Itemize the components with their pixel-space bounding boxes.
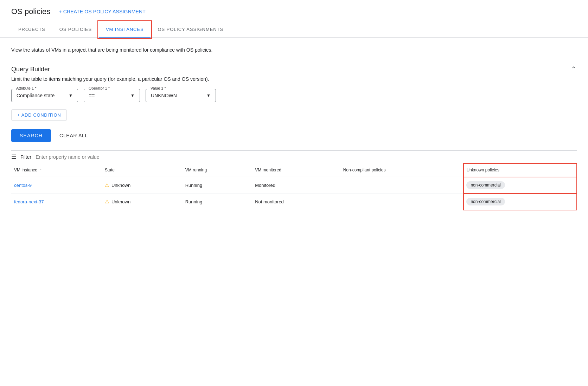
vm-instance-link[interactable]: centos-9: [14, 183, 32, 188]
table-row: fedora-next-37⚠UnknownRunningNot monitor…: [11, 194, 577, 210]
unknown-policy-badge: non-commercial: [466, 181, 505, 189]
attribute-field-group: Attribute 1 * Compliance state ▼: [11, 89, 78, 102]
cell-state: ⚠Unknown: [102, 177, 183, 194]
tab-os-policies[interactable]: OS POLICIES: [52, 22, 99, 38]
query-builder-section: Query Builder ⌃ Limit the table to items…: [11, 65, 577, 142]
cell-vm-running: Running: [183, 177, 252, 194]
cell-unknown-policies: non-commercial: [464, 194, 577, 210]
add-condition-button[interactable]: + ADD CONDITION: [11, 109, 67, 121]
filter-icon: ☰: [11, 153, 16, 160]
query-builder-title: Query Builder: [11, 66, 50, 73]
main-content: View the status of VMs in a project that…: [0, 38, 588, 218]
cell-vm-instance: fedora-next-37: [11, 194, 102, 210]
col-unknown-policies: Unknown policies: [464, 163, 577, 177]
cell-vm-monitored: Monitored: [252, 177, 340, 194]
tab-vm-instances[interactable]: VM INSTANCES: [99, 22, 151, 38]
cell-non-compliant: [340, 194, 464, 210]
table-row: centos-9⚠UnknownRunningMonitorednon-comm…: [11, 177, 577, 194]
state-text: Unknown: [111, 183, 130, 188]
tab-projects[interactable]: PROJECTS: [11, 22, 52, 38]
tabs-bar: PROJECTS OS POLICIES VM INSTANCES OS POL…: [0, 22, 588, 38]
search-button[interactable]: SEARCH: [11, 129, 51, 142]
cell-state: ⚠Unknown: [102, 194, 183, 210]
vm-instance-sort-icon: ↑: [40, 168, 42, 172]
page-header: OS policies + CREATE OS POLICY ASSIGNMEN…: [0, 0, 588, 16]
operator-label: Operator 1 *: [87, 86, 111, 90]
col-vm-instance: VM instance ↑: [11, 163, 102, 177]
col-vm-running: VM running: [183, 163, 252, 177]
col-vm-monitored: VM monitored: [252, 163, 340, 177]
tab-os-policy-assignments[interactable]: OS POLICY ASSIGNMENTS: [151, 22, 230, 38]
unknown-policy-badge: non-commercial: [466, 198, 505, 205]
cell-vm-monitored: Not monitored: [252, 194, 340, 210]
clear-all-button[interactable]: CLEAR ALL: [59, 133, 88, 138]
query-builder-collapse-icon[interactable]: ⌃: [571, 65, 577, 73]
condition-row: Attribute 1 * Compliance state ▼ Operato…: [11, 89, 577, 102]
filter-input[interactable]: [36, 154, 577, 160]
table-header-row: VM instance ↑ State VM running VM monito…: [11, 163, 577, 177]
cell-non-compliant: [340, 177, 464, 194]
attribute-label: Attribute 1 *: [15, 86, 38, 90]
value-field-group: Value 1 * UNKNOWN ▼: [146, 89, 216, 102]
value-label: Value 1 *: [149, 86, 167, 90]
page-description: View the status of VMs in a project that…: [11, 46, 257, 54]
cell-vm-instance: centos-9: [11, 177, 102, 194]
filter-bar: ☰ Filter: [11, 150, 577, 163]
vm-instances-table: VM instance ↑ State VM running VM monito…: [11, 163, 577, 210]
col-non-compliant: Non-compliant policies: [340, 163, 464, 177]
operator-dropdown-arrow: ▼: [130, 93, 135, 98]
vm-instance-link[interactable]: fedora-next-37: [14, 199, 44, 204]
page-title: OS policies: [11, 7, 50, 16]
attribute-dropdown-arrow: ▼: [69, 93, 73, 98]
warning-icon: ⚠: [105, 199, 109, 204]
filter-label: Filter: [20, 154, 31, 160]
operator-value: ==: [89, 93, 95, 98]
cell-vm-running: Running: [183, 194, 252, 210]
query-builder-header: Query Builder ⌃: [11, 65, 577, 73]
value-dropdown-arrow: ▼: [206, 93, 211, 98]
col-state: State: [102, 163, 183, 177]
table-container: VM instance ↑ State VM running VM monito…: [11, 163, 577, 210]
warning-icon: ⚠: [105, 182, 109, 188]
value-select[interactable]: UNKNOWN ▼: [146, 89, 216, 102]
operator-field-group: Operator 1 * == ▼: [84, 89, 140, 102]
create-os-policy-assignment-button[interactable]: + CREATE OS POLICY ASSIGNMENT: [59, 9, 146, 14]
cell-unknown-policies: non-commercial: [464, 177, 577, 194]
attribute-select[interactable]: Compliance state ▼: [11, 89, 78, 102]
operator-select[interactable]: == ▼: [84, 89, 140, 102]
query-builder-description: Limit the table to items matching your q…: [11, 76, 577, 82]
action-row: SEARCH CLEAR ALL: [11, 129, 577, 142]
state-text: Unknown: [111, 199, 130, 204]
value-value: UNKNOWN: [151, 93, 177, 98]
attribute-value: Compliance state: [17, 93, 55, 98]
